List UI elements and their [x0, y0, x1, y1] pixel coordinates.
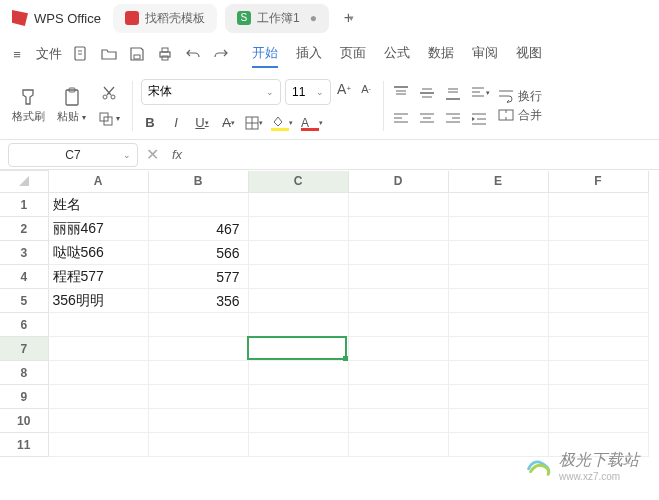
new-file-icon[interactable] — [72, 45, 90, 63]
cell[interactable] — [148, 433, 248, 457]
cell[interactable] — [348, 337, 448, 361]
spreadsheet-grid[interactable]: ABCDEF1姓名2丽丽4674673哒哒5665664程程5775775356… — [0, 170, 659, 457]
cell[interactable]: 566 — [148, 241, 248, 265]
tab-formula[interactable]: 公式 — [384, 40, 410, 68]
tab-start[interactable]: 开始 — [252, 40, 278, 68]
cell[interactable] — [548, 289, 648, 313]
cell[interactable] — [448, 409, 548, 433]
cell[interactable] — [448, 337, 548, 361]
row-header[interactable]: 1 — [0, 193, 48, 217]
border-button[interactable]: ▾ — [245, 113, 263, 133]
menu-icon[interactable]: ≡ — [8, 45, 26, 63]
cell[interactable]: 356 — [148, 289, 248, 313]
cell[interactable] — [48, 409, 148, 433]
cell[interactable] — [48, 433, 148, 457]
cell[interactable] — [148, 313, 248, 337]
cell[interactable]: 姓名 — [48, 193, 148, 217]
cell[interactable] — [248, 313, 348, 337]
cell[interactable] — [348, 217, 448, 241]
tab-view[interactable]: 视图 — [516, 40, 542, 68]
cell[interactable] — [548, 241, 648, 265]
cancel-icon[interactable]: ✕ — [146, 145, 159, 164]
column-header[interactable]: E — [448, 171, 548, 193]
cell[interactable] — [448, 361, 548, 385]
cell[interactable] — [448, 313, 548, 337]
cell[interactable] — [448, 241, 548, 265]
fx-icon[interactable]: fx — [167, 147, 187, 162]
align-left-icon[interactable] — [392, 109, 410, 129]
new-tab-button[interactable]: +▾ — [337, 6, 361, 30]
paste-button[interactable]: 粘贴 ▾ — [53, 87, 90, 124]
cell[interactable] — [348, 241, 448, 265]
cell[interactable] — [48, 385, 148, 409]
row-header[interactable]: 2 — [0, 217, 48, 241]
cell[interactable]: 356明明 — [48, 289, 148, 313]
italic-button[interactable]: I — [167, 113, 185, 133]
cell[interactable]: 467 — [148, 217, 248, 241]
indent-icon[interactable] — [470, 109, 488, 129]
copy-icon[interactable]: ▾ — [98, 109, 120, 129]
row-header[interactable]: 9 — [0, 385, 48, 409]
tab-workbook[interactable]: S 工作簿1 ● — [225, 4, 329, 33]
tab-insert[interactable]: 插入 — [296, 40, 322, 68]
row-header[interactable]: 6 — [0, 313, 48, 337]
cell[interactable] — [248, 289, 348, 313]
orientation-icon[interactable]: ▾ — [470, 83, 490, 103]
row-header[interactable]: 8 — [0, 361, 48, 385]
row-header[interactable]: 4 — [0, 265, 48, 289]
cell[interactable] — [348, 289, 448, 313]
bold-button[interactable]: B — [141, 113, 159, 133]
cell[interactable]: 程程577 — [48, 265, 148, 289]
tab-review[interactable]: 审阅 — [472, 40, 498, 68]
cell[interactable] — [548, 265, 648, 289]
tab-close-icon[interactable]: ● — [310, 11, 317, 25]
cell[interactable] — [148, 361, 248, 385]
row-header[interactable]: 5 — [0, 289, 48, 313]
cell[interactable] — [348, 193, 448, 217]
cell[interactable] — [448, 217, 548, 241]
column-header[interactable]: C — [248, 171, 348, 193]
cell[interactable] — [348, 433, 448, 457]
tab-template[interactable]: 找稻壳模板 — [113, 4, 217, 33]
cell[interactable] — [548, 385, 648, 409]
open-file-icon[interactable] — [100, 45, 118, 63]
cell[interactable] — [248, 409, 348, 433]
cell[interactable] — [148, 409, 248, 433]
valign-top-icon[interactable] — [392, 83, 410, 103]
tab-page[interactable]: 页面 — [340, 40, 366, 68]
cell[interactable] — [248, 193, 348, 217]
cell[interactable] — [248, 337, 348, 361]
valign-middle-icon[interactable] — [418, 83, 436, 103]
cell[interactable] — [548, 361, 648, 385]
row-header[interactable]: 11 — [0, 433, 48, 457]
fill-color-button[interactable]: ▾ — [271, 113, 293, 133]
file-menu[interactable]: 文件 — [36, 45, 62, 63]
strikethrough-button[interactable]: A̶ ▾ — [219, 113, 237, 133]
cell[interactable] — [348, 265, 448, 289]
column-header[interactable]: B — [148, 171, 248, 193]
cell[interactable] — [48, 313, 148, 337]
column-header[interactable]: D — [348, 171, 448, 193]
font-name-select[interactable]: 宋体⌄ — [141, 79, 281, 105]
align-right-icon[interactable] — [444, 109, 462, 129]
cell[interactable] — [48, 361, 148, 385]
cell[interactable]: 哒哒566 — [48, 241, 148, 265]
row-header[interactable]: 10 — [0, 409, 48, 433]
cell[interactable] — [448, 289, 548, 313]
cell[interactable] — [448, 265, 548, 289]
cell[interactable] — [548, 337, 648, 361]
wrap-text-button[interactable]: 换行 — [498, 88, 542, 105]
font-color-button[interactable]: A ▾ — [301, 113, 323, 133]
cell[interactable] — [148, 385, 248, 409]
cell[interactable] — [548, 217, 648, 241]
underline-button[interactable]: U ▾ — [193, 113, 211, 133]
cell[interactable] — [248, 385, 348, 409]
merge-cells-button[interactable]: 合并 — [498, 107, 542, 124]
cell[interactable] — [248, 217, 348, 241]
format-painter-button[interactable]: 格式刷 — [8, 87, 49, 124]
cell[interactable] — [248, 265, 348, 289]
font-size-select[interactable]: 11⌄ — [285, 79, 331, 105]
select-all-corner[interactable] — [0, 171, 48, 193]
cell[interactable] — [248, 361, 348, 385]
formula-input[interactable] — [195, 143, 651, 167]
